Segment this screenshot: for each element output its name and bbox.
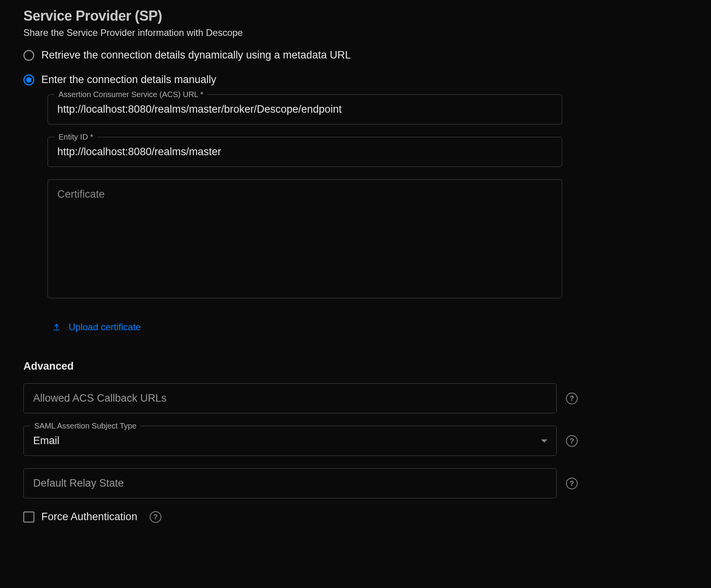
help-icon[interactable]: ? <box>566 478 578 489</box>
radio-option-manual[interactable]: Enter the connection details manually <box>23 74 688 86</box>
help-icon[interactable]: ? <box>150 511 161 523</box>
section-title: Service Provider (SP) <box>23 8 688 24</box>
radio-label-manual: Enter the connection details manually <box>41 74 216 86</box>
relay-state-input[interactable] <box>23 468 557 498</box>
upload-certificate-link[interactable]: Upload certificate <box>52 322 141 333</box>
entity-id-input[interactable] <box>48 137 562 167</box>
radio-icon[interactable] <box>23 50 34 61</box>
help-icon[interactable]: ? <box>566 393 578 404</box>
radio-label-dynamic: Retrieve the connection details dynamica… <box>41 49 351 61</box>
help-icon[interactable]: ? <box>566 435 578 447</box>
subject-type-label: SAML Assertion Subject Type <box>30 422 140 430</box>
certificate-textarea[interactable] <box>48 179 562 298</box>
entity-id-label: Entity ID * <box>55 133 97 142</box>
radio-option-dynamic[interactable]: Retrieve the connection details dynamica… <box>23 49 688 61</box>
allowed-acs-input[interactable] <box>23 383 557 413</box>
advanced-title: Advanced <box>23 360 688 372</box>
force-auth-checkbox[interactable] <box>23 512 34 522</box>
upload-icon <box>52 323 61 331</box>
upload-certificate-label: Upload certificate <box>69 322 141 333</box>
section-subtitle: Share the Service Provider information w… <box>23 27 688 38</box>
acs-url-label: Assertion Consumer Service (ACS) URL * <box>55 90 207 99</box>
force-auth-label: Force Authentication <box>41 511 137 523</box>
subject-type-select-wrapper: SAML Assertion Subject Type Email <box>23 426 557 456</box>
radio-icon-selected[interactable] <box>23 74 34 85</box>
